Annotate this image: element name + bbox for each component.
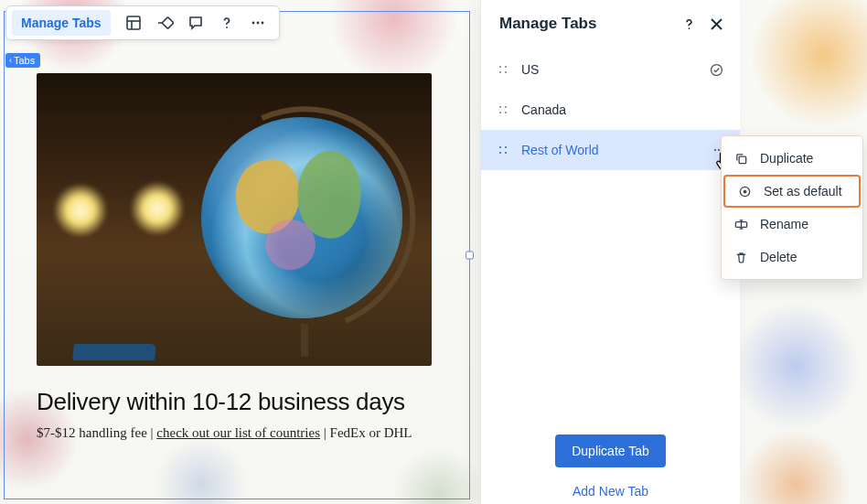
add-new-tab-button[interactable]: Add New Tab xyxy=(565,478,656,504)
tab-label: Rest of World xyxy=(521,143,701,157)
layout-icon[interactable] xyxy=(118,9,149,37)
target-icon xyxy=(738,185,753,198)
svg-point-22 xyxy=(499,152,501,154)
tab-label: US xyxy=(521,62,699,77)
subline-text: $7-$12 handling fee | check out our list… xyxy=(37,425,437,441)
svg-point-14 xyxy=(505,71,507,73)
ctx-duplicate[interactable]: Duplicate xyxy=(722,142,862,175)
panel-header: Manage Tabs xyxy=(481,0,740,49)
panel-actions: Duplicate Tab Add New Tab xyxy=(481,425,740,504)
drag-handle-icon[interactable] xyxy=(498,104,510,115)
svg-point-4 xyxy=(226,27,228,28)
ctx-delete[interactable]: Delete xyxy=(722,241,862,273)
subline-seg-1: $7-$12 handling fee | xyxy=(37,425,156,440)
svg-point-23 xyxy=(505,152,507,154)
svg-point-19 xyxy=(505,112,507,113)
panel-close-icon[interactable] xyxy=(710,17,723,31)
more-icon[interactable] xyxy=(242,9,273,37)
svg-point-5 xyxy=(252,22,254,25)
panel-title: Manage Tabs xyxy=(499,15,596,33)
duplicate-icon xyxy=(734,152,749,166)
svg-point-15 xyxy=(712,64,722,75)
manage-tabs-button[interactable]: Manage Tabs xyxy=(12,10,111,36)
svg-point-11 xyxy=(499,66,501,68)
chevron-left-icon: ‹ xyxy=(9,56,12,65)
tab-row-us[interactable]: US xyxy=(481,49,740,90)
drag-handle-icon[interactable] xyxy=(498,64,510,75)
tab-list: US Canada Rest of World xyxy=(481,49,740,170)
svg-point-21 xyxy=(505,146,507,148)
tab-context-menu: Duplicate Set as default Rename Delete xyxy=(721,135,863,280)
svg-point-8 xyxy=(689,27,690,29)
svg-rect-0 xyxy=(127,16,140,29)
rename-icon xyxy=(734,218,749,231)
subline-seg-3: | FedEx or DHL xyxy=(320,425,412,440)
headline-text: Delivery within 10-12 business days xyxy=(37,388,437,416)
ctx-label: Set as default xyxy=(764,184,842,198)
tab-label: Canada xyxy=(521,102,723,117)
svg-point-7 xyxy=(261,22,263,25)
editor-toolbar: Manage Tabs xyxy=(5,5,280,40)
ctx-label: Delete xyxy=(760,250,797,264)
animation-icon[interactable] xyxy=(149,9,180,37)
drag-handle-icon[interactable] xyxy=(498,145,510,155)
component-tag-tabs[interactable]: ‹ Tabs xyxy=(5,53,40,68)
hero-image-globe xyxy=(37,73,432,366)
comment-icon[interactable] xyxy=(180,9,211,37)
tab-content: Delivery within 10-12 business days $7-$… xyxy=(4,11,470,499)
help-icon[interactable] xyxy=(211,9,242,37)
ctx-label: Duplicate xyxy=(760,151,813,166)
panel-help-icon[interactable] xyxy=(681,16,697,32)
svg-point-18 xyxy=(499,112,501,113)
svg-point-20 xyxy=(499,146,501,148)
svg-point-13 xyxy=(499,71,501,73)
component-tag-label: Tabs xyxy=(14,55,35,66)
ctx-set-default[interactable]: Set as default xyxy=(723,175,861,208)
svg-rect-3 xyxy=(162,17,174,29)
default-check-icon xyxy=(710,63,723,77)
duplicate-tab-button[interactable]: Duplicate Tab xyxy=(555,434,666,467)
ctx-rename[interactable]: Rename xyxy=(722,208,862,241)
ctx-label: Rename xyxy=(760,217,808,231)
svg-rect-27 xyxy=(739,156,746,164)
svg-point-12 xyxy=(505,66,507,68)
svg-point-6 xyxy=(256,22,259,25)
svg-point-29 xyxy=(744,189,747,193)
countries-link[interactable]: check out our list of countries xyxy=(156,425,320,440)
manage-tabs-panel: Manage Tabs US Canada xyxy=(480,0,740,504)
trash-icon xyxy=(734,251,749,264)
svg-point-17 xyxy=(505,106,507,108)
tab-row-rest-of-world[interactable]: Rest of World xyxy=(481,130,740,170)
tab-row-canada[interactable]: Canada xyxy=(481,90,740,130)
svg-point-16 xyxy=(499,106,501,108)
